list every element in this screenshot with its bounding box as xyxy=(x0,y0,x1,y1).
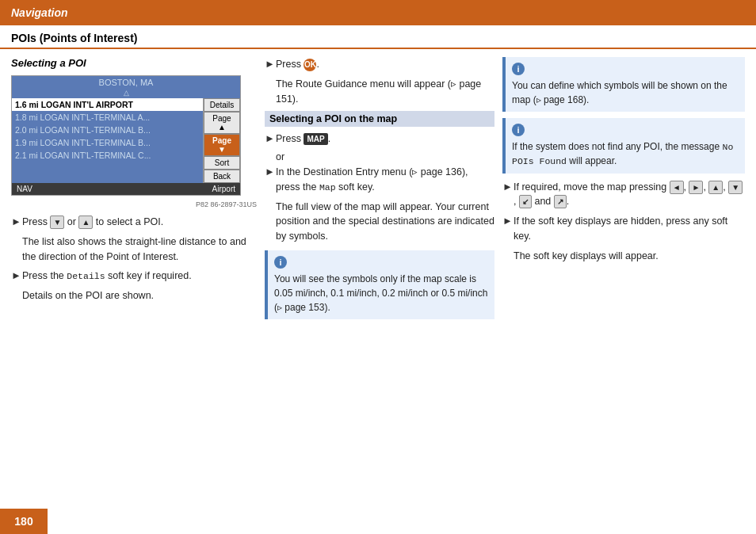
info-icon-2: i xyxy=(512,63,525,75)
page-up-button[interactable]: Page ▲ xyxy=(204,112,240,134)
right-bullet-arrow-2: ► xyxy=(502,215,514,227)
poi-buttons: Details Page ▲ Page ▼ Sort Back xyxy=(203,98,240,183)
poi-footer: NAV Airport xyxy=(12,183,240,195)
sort-button[interactable]: Sort xyxy=(204,156,240,170)
mid-info-text: You will see the symbols only if the map… xyxy=(274,273,487,313)
right-bullet-text-2: If the soft key displays are hidden, pre… xyxy=(514,214,745,244)
page-header: Navigation xyxy=(0,0,756,25)
poi-screen-body: 1.6 mi LOGAN INT'L AIRPORT 1.8 mi LOGAN … xyxy=(12,98,240,183)
mid-bullet-1: ► Press OK. xyxy=(265,57,494,72)
no-poi-found-mono: No POIs Found xyxy=(512,142,733,166)
bullet-text-1: Press ▼ or ▲ to select a POI. xyxy=(22,215,257,230)
up-btn[interactable]: ▲ xyxy=(708,181,723,194)
mid-bullet-arrow-2: ► xyxy=(265,132,276,144)
page-footer: 180 xyxy=(0,509,48,534)
bullet-text-2: Press the Details soft key if required. xyxy=(22,269,257,284)
right-bullet-text-1: If required, move the map pressing ◄, ►,… xyxy=(514,180,745,210)
mid-bullet-arrow-3: ► xyxy=(265,166,276,177)
bullet-arrow: ► xyxy=(11,216,22,227)
mid-desc-text-1: The Route Guidance menu will appear (▹ p… xyxy=(276,77,494,107)
mid-desc-2: The full view of the map will appear. Yo… xyxy=(265,200,494,244)
back-button[interactable]: Back xyxy=(204,170,240,183)
up-arrow-btn[interactable]: ▲ xyxy=(78,216,93,229)
mid-bullet-text-3: In the Destination Entry menu (▹ page 13… xyxy=(276,165,494,195)
info-icon-1: i xyxy=(274,256,287,269)
bullet-row-1: ► Press ▼ or ▲ to select a POI. xyxy=(11,215,257,230)
down-arrow-btn[interactable]: ▼ xyxy=(50,216,64,229)
bullet-desc-2: Details on the POI are shown. xyxy=(22,288,257,303)
right-bullet-2: ► If the soft key displays are hidden, p… xyxy=(502,214,745,244)
poi-item: 1.9 mi LOGAN INT'L-TERMINAL B... xyxy=(12,136,203,149)
poi-item: 2.0 mi LOGAN INT'L-TERMINAL B... xyxy=(12,124,203,136)
mid-bullet-text-2: Press MAP. xyxy=(276,132,494,147)
left-btn[interactable]: ◄ xyxy=(670,181,684,194)
left-column: Selecting a POI BOSTON, MA △ 1.6 mi LOGA… xyxy=(11,57,257,512)
poi-screen: BOSTON, MA △ 1.6 mi LOGAN INT'L AIRPORT … xyxy=(11,75,241,196)
right-column: i You can define which symbols will be s… xyxy=(502,57,745,512)
left-bullets: ► Press ▼ or ▲ to select a POI. The list… xyxy=(11,215,257,303)
poi-item: 1.6 mi LOGAN INT'L AIRPORT xyxy=(12,98,203,111)
mid-desc-text-2: The full view of the map will appear. Yo… xyxy=(276,200,494,244)
or-text: or xyxy=(276,151,494,162)
bullet-arrow-2: ► xyxy=(11,269,22,281)
page-number: 180 xyxy=(14,515,32,528)
right-info-box-2: i If the system does not find any POI, t… xyxy=(502,118,745,174)
header-title: Navigation xyxy=(11,6,68,19)
ok-badge: OK xyxy=(304,59,316,71)
poi-footer-left: NAV xyxy=(17,185,32,193)
bullet-row-2: ► Press the Details soft key if required… xyxy=(11,269,257,284)
dl-btn[interactable]: ↙ xyxy=(519,195,532,208)
bullet-row-desc2: Details on the POI are shown. xyxy=(11,288,257,303)
right-desc-text-1: The soft key displays will appear. xyxy=(514,249,745,264)
mid-info-box: i You will see the symbols only if the m… xyxy=(265,250,494,319)
mid-column: ► Press OK. The Route Guidance menu will… xyxy=(265,57,494,512)
mid-bullet-text-1: Press OK. xyxy=(276,57,494,72)
poi-footer-right: Airport xyxy=(212,185,235,193)
right-bullet-arrow-1: ► xyxy=(502,181,514,193)
poi-item: 1.8 mi LOGAN INT'L-TERMINAL A... xyxy=(12,111,203,124)
mid-bullet-2: ► Press MAP. xyxy=(265,132,494,147)
map-badge: MAP xyxy=(304,133,327,145)
poi-header-arrow: △ xyxy=(124,89,129,97)
down-btn[interactable]: ▼ xyxy=(728,181,743,194)
subsection-title: Selecting a POI xyxy=(11,57,257,69)
poi-item: 2.1 mi LOGAN INT'L-TERMINAL C... xyxy=(12,149,203,162)
bullet-desc-1: The list also shows the straight-line di… xyxy=(22,235,257,265)
right-info-text-2: If the system does not find any POI, the… xyxy=(512,141,733,166)
mid-info-box-content: i You will see the symbols only if the m… xyxy=(265,250,494,319)
main-content: Selecting a POI BOSTON, MA △ 1.6 mi LOGA… xyxy=(0,49,756,520)
right-info-box-1: i You can define which symbols will be s… xyxy=(502,57,745,112)
poi-caption: P82 86-2897-31US xyxy=(11,200,257,208)
mid-bullet-3: ► In the Destination Entry menu (▹ page … xyxy=(265,165,494,195)
poi-map-section-title: Selecting a POI on the map xyxy=(265,111,494,127)
info-icon-3: i xyxy=(512,124,525,136)
right-btn[interactable]: ► xyxy=(689,181,703,194)
details-button[interactable]: Details xyxy=(204,98,240,112)
mid-desc-1: The Route Guidance menu will appear (▹ p… xyxy=(265,77,494,107)
poi-city: BOSTON, MA xyxy=(99,78,154,87)
page-down-button[interactable]: Page ▼ xyxy=(204,134,240,156)
ur-btn[interactable]: ↗ xyxy=(554,195,567,208)
section-title: POIs (Points of Interest) xyxy=(0,25,756,49)
right-desc-1: The soft key displays will appear. xyxy=(502,249,745,264)
right-info-text-1: You can define which symbols will be sho… xyxy=(512,80,727,105)
details-mono: Details xyxy=(67,271,105,281)
poi-list: 1.6 mi LOGAN INT'L AIRPORT 1.8 mi LOGAN … xyxy=(12,98,203,183)
right-bullet-1: ► If required, move the map pressing ◄, … xyxy=(502,180,745,210)
map-mono: Map xyxy=(319,182,336,193)
bullet-row-desc1: The list also shows the straight-line di… xyxy=(11,235,257,265)
poi-screen-header: BOSTON, MA △ xyxy=(12,76,240,98)
mid-bullet-arrow-1: ► xyxy=(265,58,276,70)
